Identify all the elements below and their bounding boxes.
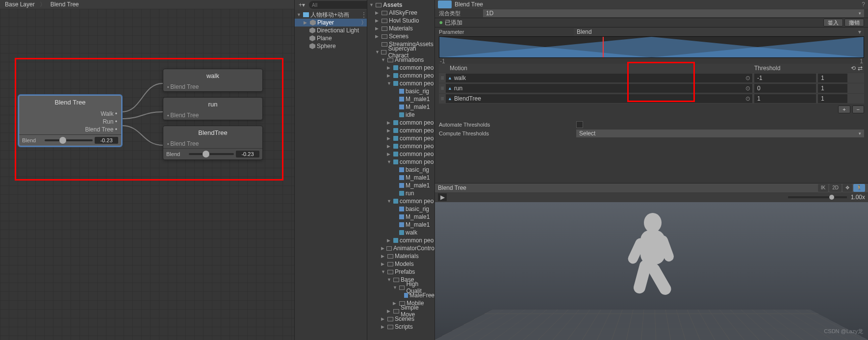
- project-item[interactable]: ▶AnimatorContro: [367, 244, 434, 252]
- project-item[interactable]: ▶common peo: [367, 236, 434, 244]
- anim-icon: [393, 159, 398, 164]
- prefab-icon: [399, 97, 404, 102]
- ik-button[interactable]: IK: [818, 184, 828, 192]
- node-blend-tree[interactable]: Blend Tree Walk • Run • Blend Tree • Ble…: [19, 95, 122, 146]
- automate-checkbox[interactable]: [576, 121, 583, 128]
- project-item[interactable]: ▶Models: [367, 260, 434, 268]
- project-item[interactable]: walk: [367, 229, 434, 236]
- project-item[interactable]: M_male1: [367, 221, 434, 229]
- motion-row[interactable]: ≡ ▲walk⊙ -1 1: [439, 73, 864, 83]
- child-slider[interactable]: [189, 153, 234, 155]
- motion-table-footer: + −: [435, 104, 868, 115]
- anim-icon: [399, 191, 404, 196]
- speed-slider[interactable]: [788, 196, 847, 198]
- node-child-blendtree[interactable]: BlendTree • Blend Tree Blend -0.23: [163, 126, 263, 160]
- project-item[interactable]: ▶Simple Move: [367, 307, 434, 315]
- project-item[interactable]: M_male1: [367, 95, 434, 103]
- project-item[interactable]: ▼Supercyan Charact: [367, 48, 434, 56]
- project-item[interactable]: ▶Hovl Studio: [367, 17, 434, 25]
- hierarchy-item-sphere[interactable]: Sphere: [295, 42, 367, 50]
- blend-canvas[interactable]: [439, 36, 864, 58]
- play-button[interactable]: ▶: [438, 193, 447, 201]
- undo-button[interactable]: 撤销: [844, 19, 864, 26]
- speed-field[interactable]: 1: [818, 94, 847, 103]
- project-item[interactable]: ▶Materials: [367, 252, 434, 260]
- folder-icon: [387, 317, 393, 321]
- node-walk[interactable]: walk • Blend Tree: [163, 69, 263, 92]
- project-item[interactable]: ▶common peo: [367, 150, 434, 158]
- motion-field[interactable]: ▲walk⊙: [446, 74, 752, 82]
- hierarchy-item-player[interactable]: ▶Player〉: [295, 19, 367, 26]
- node-run[interactable]: run • Blend Tree: [163, 97, 263, 120]
- project-item[interactable]: ▶common peo: [367, 119, 434, 127]
- help-icon[interactable]: ?: [862, 1, 865, 8]
- preview-viewport[interactable]: CSDN @Lazy龙: [435, 202, 868, 340]
- remove-motion-button[interactable]: −: [852, 105, 864, 113]
- threshold-field[interactable]: 0: [754, 84, 816, 93]
- project-item[interactable]: basic_rig: [367, 166, 434, 174]
- threshold-field[interactable]: -1: [754, 74, 816, 82]
- project-item[interactable]: ▶Scenes: [367, 32, 434, 40]
- add-button[interactable]: +▾: [297, 1, 307, 8]
- blend-slider[interactable]: [45, 139, 93, 141]
- project-item[interactable]: MaleFree: [367, 291, 434, 299]
- project-item[interactable]: ▶common peo: [367, 64, 434, 72]
- 2d-button[interactable]: 2D: [829, 184, 842, 192]
- project-item[interactable]: basic_rig: [367, 205, 434, 213]
- project-root[interactable]: ▼Assets: [367, 1, 434, 9]
- parameter-dropdown[interactable]: Blend▾: [574, 28, 864, 36]
- graph-area[interactable]: Blend Tree Walk • Run • Blend Tree • Ble…: [0, 9, 294, 340]
- project-item[interactable]: run: [367, 189, 434, 197]
- breadcrumb-base[interactable]: Base Layer: [0, 1, 40, 8]
- project-item[interactable]: idle: [367, 111, 434, 119]
- compute-dropdown[interactable]: Select▾: [576, 130, 864, 137]
- threshold-field[interactable]: 1: [754, 94, 816, 103]
- checkin-button[interactable]: 签入: [823, 19, 843, 26]
- breadcrumb: Base Layer 〉 Blend Tree: [0, 0, 294, 9]
- breadcrumb-current[interactable]: Blend Tree: [46, 1, 84, 8]
- motion-row[interactable]: ≡ ▲run⊙ 0 1: [439, 83, 864, 93]
- project-item[interactable]: ▼Prefabs: [367, 268, 434, 276]
- project-item[interactable]: ▼common peo: [367, 79, 434, 87]
- hierarchy-toolbar: +▾: [295, 0, 367, 10]
- motion-field[interactable]: ▲run⊙: [446, 84, 752, 93]
- project-item[interactable]: M_male1: [367, 182, 434, 189]
- gizmo-button[interactable]: ✥: [842, 184, 852, 192]
- project-item[interactable]: M_male1: [367, 213, 434, 221]
- prefab-icon: [399, 214, 404, 219]
- inspector-header: Blend Tree ?: [435, 0, 868, 9]
- prefab-icon: [399, 207, 404, 211]
- project-item[interactable]: ▶common peo: [367, 127, 434, 134]
- scene-row[interactable]: ▼人物移动+动画⋮: [295, 11, 367, 19]
- project-item[interactable]: ▶Scripts: [367, 323, 434, 331]
- speed-field[interactable]: 1: [818, 74, 847, 82]
- preview-buttons: IK 2D ✥ 🚶: [818, 184, 865, 192]
- anim-icon: [393, 73, 398, 78]
- project-item[interactable]: ▼common peo: [367, 197, 434, 205]
- project-item[interactable]: ▶AllSkyFree: [367, 9, 434, 17]
- project-item[interactable]: M_male1: [367, 103, 434, 111]
- hierarchy-item-light[interactable]: Directional Light: [295, 26, 367, 34]
- blend-type-dropdown[interactable]: 1D▾: [483, 9, 864, 17]
- project-item[interactable]: basic_rig: [367, 87, 434, 95]
- project-item[interactable]: ▼common peo: [367, 158, 434, 166]
- project-item[interactable]: ▶Materials: [367, 25, 434, 32]
- motion-field[interactable]: ▲BlendTree⊙: [446, 94, 752, 103]
- anim-icon: [393, 136, 398, 141]
- add-motion-button[interactable]: +: [838, 105, 850, 113]
- prefab-icon: [399, 175, 404, 180]
- hierarchy-panel: +▾ ▼人物移动+动画⋮ ▶Player〉 Directional Light …: [294, 0, 367, 340]
- folder-icon: [382, 26, 387, 31]
- motion-row[interactable]: ≡ ▲BlendTree⊙ 1 1: [439, 94, 864, 104]
- speed-field[interactable]: 1: [818, 84, 847, 93]
- project-item[interactable]: M_male1: [367, 174, 434, 182]
- compute-row: Compute Thresholds Select▾: [435, 129, 868, 138]
- avatar-button[interactable]: 🚶: [853, 184, 865, 192]
- project-item[interactable]: ▶common peo: [367, 72, 434, 79]
- project-item[interactable]: ▶common peo: [367, 142, 434, 150]
- added-row: ●已添加 签入 撤销: [435, 18, 868, 27]
- project-item[interactable]: ▼High Qualit: [367, 284, 434, 291]
- hierarchy-item-plane[interactable]: Plane: [295, 34, 367, 42]
- blend-marker[interactable]: [603, 37, 604, 57]
- project-item[interactable]: ▶common peo: [367, 134, 434, 142]
